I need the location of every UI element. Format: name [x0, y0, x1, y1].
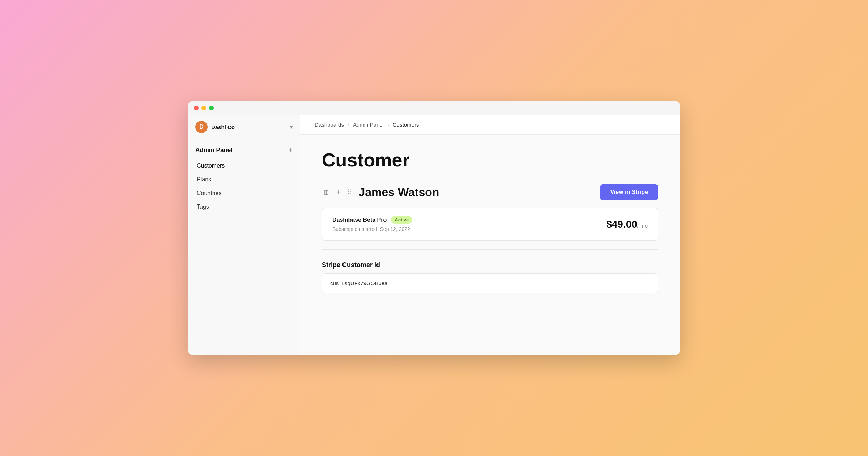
page-title: Customer — [322, 149, 658, 171]
delete-record-button[interactable]: 🗑 — [322, 187, 331, 198]
sidebar-section-header: Admin Panel + — [195, 147, 293, 154]
brand-name: Dashi Co — [211, 124, 235, 130]
stripe-customer-id-field: Stripe Customer Id cus_LsgUFk79GOB6ea — [322, 261, 658, 293]
content-header: Dashboards › Admin Panel › Customers — [300, 115, 680, 135]
subscription-price: $49.00/ mo — [606, 219, 648, 230]
breadcrumb-sep-2: › — [387, 122, 389, 128]
add-field-button[interactable]: + — [335, 187, 342, 198]
sidebar-section-title: Admin Panel — [195, 147, 233, 154]
app-body: D Dashi Co ▾ Admin Panel + Customers Pla… — [188, 115, 680, 355]
sidebar-item-tags[interactable]: Tags — [195, 200, 293, 214]
content-area: Dashboards › Admin Panel › Customers Cus… — [300, 115, 680, 355]
record-title-row: 🗑 + ⠿ James Watson — [322, 186, 439, 199]
add-section-button[interactable]: + — [288, 147, 293, 154]
status-badge: Active — [391, 216, 412, 224]
breadcrumb-admin-panel[interactable]: Admin Panel — [353, 122, 384, 128]
record-header: 🗑 + ⠿ James Watson View in Stripe — [322, 184, 658, 200]
subscription-title-row: Dashibase Beta Pro Active — [332, 216, 412, 224]
breadcrumb-dashboards[interactable]: Dashboards — [315, 122, 344, 128]
app-window: D Dashi Co ▾ Admin Panel + Customers Pla… — [188, 101, 680, 355]
maximize-button[interactable] — [209, 106, 214, 110]
brand-avatar: D — [195, 121, 208, 133]
breadcrumb-sep-1: › — [348, 122, 349, 128]
main-content: Customer 🗑 + ⠿ — [300, 135, 680, 355]
sidebar-header: D Dashi Co ▾ — [188, 115, 300, 139]
drag-handle[interactable]: ⠿ — [345, 187, 353, 198]
field-label: Stripe Customer Id — [322, 261, 658, 269]
window-controls — [194, 106, 214, 110]
minimize-button[interactable] — [201, 106, 206, 110]
sidebar-item-countries[interactable]: Countries — [195, 186, 293, 200]
stripe-customer-id-value[interactable]: cus_LsgUFk79GOB6ea — [322, 273, 658, 293]
subscription-start-date: Subscription started: Sep 12, 2022 — [332, 226, 410, 232]
close-button[interactable] — [194, 106, 199, 110]
breadcrumb: Dashboards › Admin Panel › Customers — [315, 122, 419, 128]
breadcrumb-customers[interactable]: Customers — [393, 122, 419, 128]
subscription-card: Dashibase Beta Pro Active Subscription s… — [322, 208, 658, 241]
sidebar-nav: Customers Plans Countries Tags — [195, 159, 293, 214]
brand[interactable]: D Dashi Co — [195, 121, 235, 133]
price-amount: $49.00 — [606, 219, 637, 230]
subscription-info: Dashibase Beta Pro Active Subscription s… — [332, 216, 412, 232]
record-actions: 🗑 + ⠿ — [322, 187, 353, 198]
title-bar — [188, 101, 680, 115]
section-divider — [322, 249, 658, 250]
sidebar-section: Admin Panel + Customers Plans Countries … — [188, 139, 300, 218]
record-name: James Watson — [359, 186, 439, 199]
price-period: / mo — [637, 223, 648, 229]
sidebar: D Dashi Co ▾ Admin Panel + Customers Pla… — [188, 115, 300, 355]
subscription-plan-name: Dashibase Beta Pro — [332, 217, 387, 223]
sidebar-item-customers[interactable]: Customers — [195, 159, 293, 173]
plus-icon: + — [336, 189, 340, 196]
drag-icon: ⠿ — [347, 188, 352, 196]
view-in-stripe-button[interactable]: View in Stripe — [600, 184, 658, 200]
trash-icon: 🗑 — [323, 189, 330, 196]
sidebar-item-plans[interactable]: Plans — [195, 173, 293, 186]
chevron-down-icon[interactable]: ▾ — [290, 124, 293, 130]
